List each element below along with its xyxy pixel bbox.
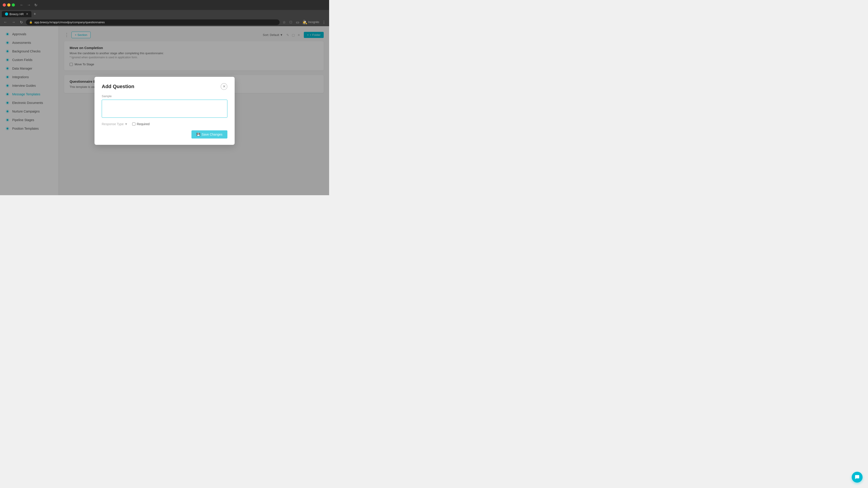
cast-button[interactable]: ▭ [295, 20, 301, 25]
tab-bar: Breezy HR ✕ + [0, 10, 329, 18]
save-button-label: Save Changes [202, 133, 222, 136]
refresh-button[interactable]: ↻ [33, 2, 39, 8]
window-maximize-button[interactable] [12, 3, 15, 6]
window-close-button[interactable] [3, 3, 6, 6]
required-checkbox[interactable] [132, 123, 135, 126]
question-textarea[interactable] [102, 100, 227, 118]
response-type-button[interactable]: Response Type ▼ [102, 122, 128, 126]
address-bar-row: ← → ↻ 🔒 ☆ □ ▭ 🕵 Incognito ⋮ [0, 18, 329, 26]
modal-actions: 💾 Save Changes [102, 130, 227, 138]
response-type-label: Response Type [102, 122, 124, 126]
required-row: Required [132, 122, 150, 126]
modal-footer-row: Response Type ▼ Required [102, 122, 227, 126]
required-label: Required [137, 122, 150, 126]
window-controls [3, 3, 15, 6]
extensions-button[interactable]: □ [289, 20, 293, 25]
address-bar[interactable]: 🔒 [26, 20, 280, 25]
response-type-chevron-icon: ▼ [125, 122, 128, 126]
tab-favicon [5, 12, 8, 15]
save-icon: 💾 [196, 133, 200, 136]
active-tab[interactable]: Breezy HR ✕ [2, 11, 31, 17]
modal-title: Add Question [102, 84, 134, 90]
forward-nav-button[interactable]: → [10, 19, 17, 25]
modal-close-button[interactable]: ✕ [221, 83, 227, 90]
tab-title: Breezy HR [9, 12, 24, 16]
add-question-modal: Add Question ✕ Sample Response Type ▼ Re… [94, 77, 235, 145]
browser-menu-button[interactable]: ⋮ [321, 20, 327, 25]
app-container: Approvals Assessments Background Checks … [0, 26, 329, 195]
reload-nav-button[interactable]: ↻ [19, 19, 24, 25]
back-nav-button[interactable]: ← [2, 19, 8, 25]
modal-header: Add Question ✕ [102, 83, 227, 90]
bookmark-button[interactable]: ☆ [281, 20, 287, 25]
sample-label: Sample [102, 94, 227, 98]
window-minimize-button[interactable] [7, 3, 10, 6]
modal-overlay: Add Question ✕ Sample Response Type ▼ Re… [0, 26, 329, 195]
save-changes-button[interactable]: 💾 Save Changes [191, 130, 227, 138]
nav-controls: ← → ↻ [19, 2, 39, 8]
forward-button[interactable]: → [26, 2, 32, 8]
incognito-label: Incognito [308, 21, 319, 24]
tab-close-button[interactable]: ✕ [26, 12, 28, 15]
incognito-badge: 🕵 Incognito [302, 20, 319, 25]
back-button[interactable]: ← [19, 2, 25, 8]
url-input[interactable] [34, 21, 276, 24]
browser-titlebar: ← → ↻ [0, 0, 329, 10]
new-tab-button[interactable]: + [32, 11, 37, 17]
